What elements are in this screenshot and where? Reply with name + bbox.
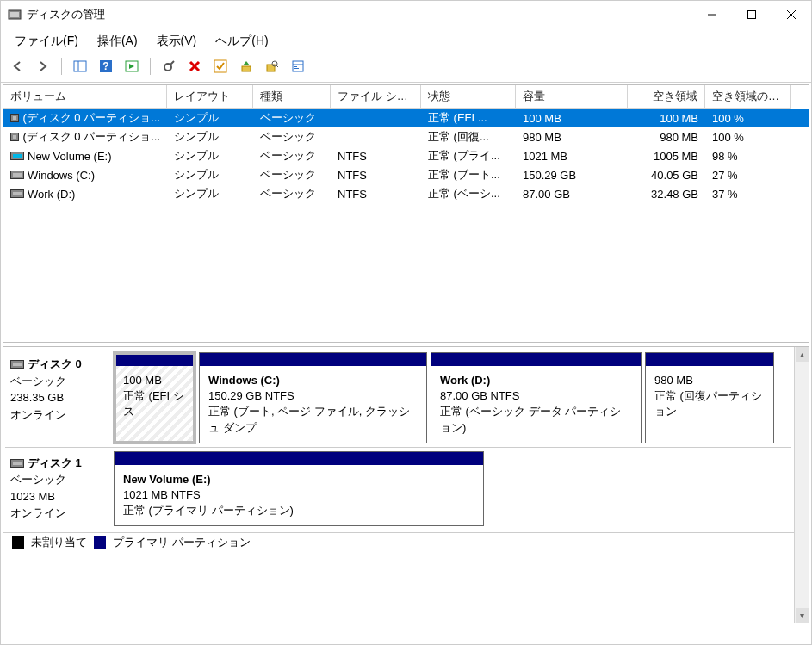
close-button[interactable]	[772, 1, 811, 28]
volume-icon	[10, 171, 24, 179]
volume-capacity: 100 MB	[516, 110, 628, 127]
search-icon[interactable]	[261, 56, 283, 77]
minimize-button[interactable]	[692, 1, 732, 28]
volume-freepct: 100 %	[705, 129, 791, 146]
scroll-up-icon[interactable]: ▴	[796, 347, 809, 362]
menu-file[interactable]: ファイル(F)	[9, 32, 84, 51]
scrollbar[interactable]: ▴ ▾	[794, 347, 809, 623]
volume-status: 正常 (EFI ...	[421, 109, 516, 127]
svg-rect-6	[74, 61, 86, 71]
col-volume[interactable]: ボリューム	[3, 85, 167, 109]
back-button[interactable]	[6, 56, 28, 77]
disk-graphical-view: ディスク 0ベーシック238.35 GBオンライン100 MB正常 (EFI シ…	[3, 346, 809, 642]
window-title: ディスクの管理	[27, 7, 692, 22]
partition-header	[646, 353, 773, 366]
partition[interactable]: Windows (C:)150.29 GB NTFS正常 (ブート, ページ フ…	[199, 352, 427, 443]
check-icon[interactable]	[209, 56, 232, 77]
forward-button[interactable]	[32, 56, 54, 77]
volume-freepct: 27 %	[705, 167, 791, 183]
volume-status: 正常 (プライ...	[421, 146, 516, 165]
table-row[interactable]: Work (D:)シンプルベーシックNTFS正常 (ベーシ...87.00 GB…	[3, 184, 809, 203]
maximize-button[interactable]	[732, 1, 772, 28]
col-freepct[interactable]: 空き領域の割...	[705, 85, 791, 109]
col-layout[interactable]: レイアウト	[167, 85, 253, 109]
volume-status: 正常 (回復...	[421, 127, 516, 146]
svg-rect-22	[294, 66, 297, 67]
col-status[interactable]: 状態	[421, 85, 516, 109]
menu-view[interactable]: 表示(V)	[152, 32, 202, 51]
svg-rect-1	[10, 12, 19, 17]
refresh-icon[interactable]	[158, 56, 180, 77]
volume-rows: (ディスク 0 パーティショ...シンプルベーシック正常 (EFI ...100…	[3, 109, 809, 342]
toolbar-separator	[150, 58, 151, 75]
action-icon[interactable]	[121, 56, 143, 77]
partition[interactable]: Work (D:)87.00 GB NTFS正常 (ベーシック データ パーティ…	[431, 352, 642, 443]
disk-status: オンライン	[10, 406, 105, 424]
partition-status: 正常 (ベーシック データ パーティション)	[440, 404, 632, 435]
col-free[interactable]: 空き領域	[628, 85, 705, 109]
properties-icon[interactable]	[287, 56, 309, 77]
col-type[interactable]: 種類	[253, 85, 331, 109]
volume-layout: シンプル	[167, 146, 253, 165]
disk-management-icon	[8, 8, 22, 22]
scroll-down-icon[interactable]: ▾	[796, 608, 809, 623]
volume-icon	[10, 114, 19, 122]
upload-icon[interactable]	[235, 56, 257, 77]
disk-type: ベーシック	[10, 471, 105, 488]
disk-info: ディスク 1ベーシック1023 MBオンライン	[7, 450, 108, 529]
table-row[interactable]: (ディスク 0 パーティショ...シンプルベーシック正常 (EFI ...100…	[3, 109, 809, 127]
toolbar: ?	[1, 54, 811, 83]
partition-size: 1021 MB NTFS	[123, 487, 474, 503]
volume-free: 40.05 GB	[628, 167, 705, 183]
volume-name: Windows (C:)	[28, 169, 95, 182]
volume-type: ベーシック	[253, 146, 331, 165]
disk-name: ディスク 1	[28, 455, 82, 472]
col-fs[interactable]: ファイル システム	[331, 85, 421, 109]
volume-layout: シンプル	[167, 127, 253, 146]
volume-name: Work (D:)	[28, 188, 75, 201]
svg-point-11	[164, 64, 171, 71]
titlebar: ディスクの管理	[1, 1, 811, 28]
partition-title: Work (D:)	[440, 373, 632, 388]
help-icon[interactable]: ?	[95, 56, 117, 77]
volume-name: New Volume (E:)	[28, 150, 112, 163]
table-row[interactable]: New Volume (E:)シンプルベーシックNTFS正常 (プライ...10…	[3, 146, 809, 165]
legend: 未割り当て プライマリ パーティション	[3, 532, 809, 551]
menu-help[interactable]: ヘルプ(H)	[210, 32, 273, 51]
show-hide-console-tree-icon[interactable]	[69, 56, 91, 77]
partition-size: 87.00 GB NTFS	[440, 388, 632, 404]
volume-capacity: 1021 MB	[516, 148, 628, 164]
volume-freepct: 100 %	[705, 110, 791, 127]
volume-free: 980 MB	[628, 129, 705, 146]
partition[interactable]: New Volume (E:)1021 MB NTFS正常 (プライマリ パーテ…	[114, 451, 484, 527]
disk-icon	[10, 360, 24, 369]
col-capacity[interactable]: 容量	[516, 85, 628, 109]
svg-rect-16	[242, 66, 251, 71]
menubar: ファイル(F) 操作(A) 表示(V) ヘルプ(H)	[1, 28, 811, 54]
legend-primary: プライマリ パーティション	[113, 535, 251, 550]
partition-size: 100 MB	[123, 373, 186, 388]
partition-title: Windows (C:)	[208, 373, 418, 388]
volume-capacity: 87.00 GB	[516, 186, 628, 202]
menu-action[interactable]: 操作(A)	[92, 32, 143, 51]
volume-icon	[10, 189, 24, 198]
partition-header	[200, 353, 426, 366]
svg-rect-23	[294, 68, 299, 69]
volume-fs	[331, 116, 421, 120]
disk-size: 238.35 GB	[10, 389, 105, 406]
partition-status: 正常 (ブート, ページ ファイル, クラッシュ ダンプ	[208, 404, 418, 435]
disk-icon	[10, 459, 24, 468]
delete-icon[interactable]	[183, 56, 206, 77]
volume-freepct: 37 %	[705, 186, 791, 202]
legend-unallocated: 未割り当て	[31, 535, 87, 550]
partition-header	[431, 353, 641, 366]
volume-layout: シンプル	[167, 109, 253, 127]
partition[interactable]: 980 MB正常 (回復パーティション	[645, 352, 774, 443]
volume-status: 正常 (ブート...	[421, 165, 516, 184]
table-row[interactable]: Windows (C:)シンプルベーシックNTFS正常 (ブート...150.2…	[3, 165, 809, 184]
partition[interactable]: 100 MB正常 (EFI シス	[114, 352, 195, 443]
table-row[interactable]: (ディスク 0 パーティショ...シンプルベーシック正常 (回復...980 M…	[3, 127, 809, 146]
volume-capacity: 980 MB	[516, 129, 628, 146]
volume-list: ボリューム レイアウト 種類 ファイル システム 状態 容量 空き領域 空き領域…	[3, 84, 809, 343]
volume-fs: NTFS	[331, 167, 421, 183]
